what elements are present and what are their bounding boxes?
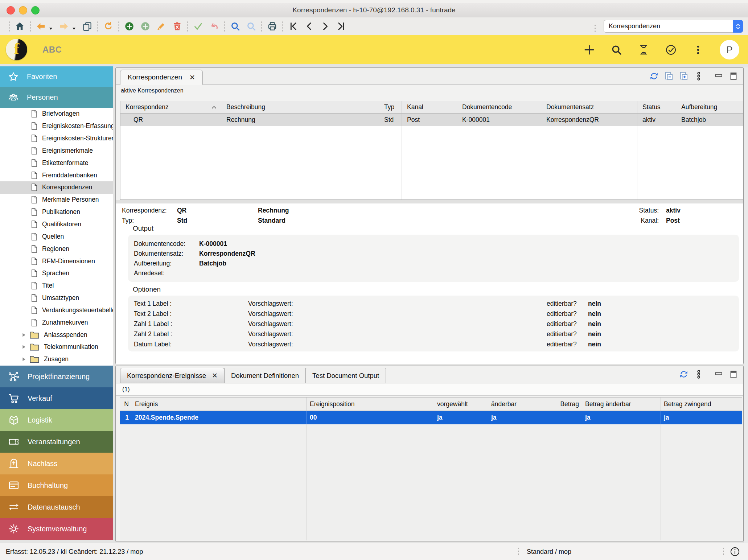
titlebar[interactable]: Korrespondenzen - h-10-70@192.168.0.31 -…: [0, 3, 748, 18]
column-header-betrag[interactable]: Betrag: [536, 398, 582, 411]
collapse-doc-icon[interactable]: [664, 71, 674, 81]
tree-item-regionen[interactable]: Regionen: [0, 243, 113, 255]
table-row[interactable]: QRRechnungStdPostK-000001KorrespondenzQR…: [120, 114, 743, 126]
tree-item-ereigniskosten-erfassung[interactable]: Ereigniskosten-Erfassung: [0, 120, 113, 132]
column-header-n[interactable]: N: [120, 398, 132, 411]
stepper-icon[interactable]: [733, 20, 743, 33]
plus-icon[interactable]: [584, 44, 595, 55]
search-alt-icon[interactable]: [246, 21, 256, 31]
minimize-window-button[interactable]: [19, 6, 27, 15]
tab-close-icon[interactable]: ✕: [189, 73, 195, 82]
sidebar-section-logistik[interactable]: Logistik: [0, 409, 113, 431]
kebab-open-icon[interactable]: [694, 71, 703, 81]
add-duplicate-icon[interactable]: [140, 21, 150, 31]
win-minimize-icon[interactable]: [714, 71, 723, 81]
column-header-aufbereitung[interactable]: Aufbereitung: [676, 101, 743, 113]
tab-test-document-output[interactable]: Test Document Output: [305, 368, 386, 383]
undo-icon[interactable]: [209, 21, 219, 31]
sidebar-section-veranstaltungen[interactable]: Veranstaltungen: [0, 431, 113, 453]
sidebar-section-systemverwaltung[interactable]: Systemverwaltung: [0, 518, 113, 540]
search-icon[interactable]: [611, 44, 622, 55]
sidebar-section-buchhaltung[interactable]: Buchhaltung: [0, 474, 113, 496]
column-header-dokumentensatz[interactable]: Dokumentensatz: [541, 101, 637, 113]
column-header-korrespondenz[interactable]: Korrespondenz: [120, 101, 221, 113]
caret-down-icon[interactable]: [72, 26, 76, 31]
sidebar-section-favoriten[interactable]: Favoriten: [0, 66, 113, 87]
zoom-window-button[interactable]: [31, 6, 40, 15]
tree-item-umsatztypen[interactable]: Umsatztypen: [0, 292, 113, 304]
user-avatar[interactable]: P: [720, 40, 739, 59]
confirm-icon[interactable]: [193, 21, 203, 31]
sidebar-section-verkauf[interactable]: Verkauf: [0, 387, 113, 409]
tree-item-briefvorlagen[interactable]: Briefvorlagen: [0, 108, 113, 120]
check-circle-icon[interactable]: [665, 44, 677, 55]
nav-forward-icon[interactable]: [59, 21, 69, 31]
goto-first-icon[interactable]: [288, 21, 298, 31]
tree-item-publikationen[interactable]: Publikationen: [0, 206, 113, 218]
column-header-betrag-änderbar[interactable]: Betrag änderbar: [582, 398, 661, 411]
column-header-betrag-zwingend[interactable]: Betrag zwingend: [661, 398, 742, 411]
tree-item-merkmale-personen[interactable]: Merkmale Personen: [0, 194, 113, 206]
tree-item-quellen[interactable]: Quellen: [0, 230, 113, 243]
close-window-button[interactable]: [7, 6, 15, 15]
edit-icon[interactable]: [156, 21, 166, 31]
tree-item-verdankungssteuertabellen[interactable]: Verdankungssteuertabellen: [0, 304, 113, 317]
tree-item-korrespondenzen[interactable]: Korrespondenzen: [0, 181, 113, 194]
column-header-typ[interactable]: Typ: [379, 101, 402, 113]
win-minimize-icon[interactable]: [714, 370, 723, 379]
column-header-ereignis[interactable]: Ereignis: [132, 398, 307, 411]
column-header-status[interactable]: Status: [637, 101, 676, 113]
search-icon[interactable]: [230, 21, 240, 31]
tree-item-zusagen[interactable]: Zusagen: [0, 353, 113, 366]
column-header-änderbar[interactable]: änderbar: [488, 398, 536, 411]
hourglass-icon[interactable]: [638, 44, 649, 55]
tree-item-qualifikatoren[interactable]: Qualifikatoren: [0, 218, 113, 231]
refresh-sync-icon[interactable]: [649, 71, 659, 81]
sidebar-section-projektfinanzierung[interactable]: Projektfinanzierung: [0, 366, 113, 387]
tree-item-telekommunikation[interactable]: Telekommunikation: [0, 341, 113, 353]
tree-item-rfm-dimensionen[interactable]: RFM-Dimensionen: [0, 255, 113, 267]
tree-item-zunahmekurven[interactable]: Zunahmekurven: [0, 316, 113, 329]
tab-close-icon[interactable]: ✕: [212, 371, 218, 380]
goto-last-icon[interactable]: [336, 21, 346, 31]
goto-next-icon[interactable]: [320, 21, 330, 31]
column-header-beschreibung[interactable]: Beschreibung: [221, 101, 379, 113]
sidebar-section-personen[interactable]: Personen: [0, 87, 113, 108]
view-selector-dropdown[interactable]: Korrespondenzen: [604, 20, 743, 33]
refresh-sync-icon[interactable]: [679, 370, 689, 379]
caret-right-icon[interactable]: [21, 357, 26, 362]
tree-item-etikettenformate[interactable]: Etikettenformate: [0, 157, 113, 169]
tab-korrespondenz-ereignisse[interactable]: Korrespondenz-Ereignisse✕: [120, 368, 225, 383]
goto-prev-icon[interactable]: [304, 21, 314, 31]
info-icon[interactable]: [730, 547, 740, 557]
win-maximize-icon[interactable]: [729, 370, 738, 379]
sidebar-section-datenaustausch[interactable]: Datenaustausch: [0, 496, 113, 518]
tree-item-anlassspenden[interactable]: Anlassspenden: [0, 329, 113, 341]
column-header-kanal[interactable]: Kanal: [402, 101, 457, 113]
nav-back-icon[interactable]: [36, 21, 46, 31]
table-row-selected[interactable]: 12024.Spende.Spende00jajajaja: [120, 411, 742, 424]
delete-icon[interactable]: [172, 21, 182, 31]
tab-dokument-definitionen[interactable]: Dokument Definitionen: [224, 368, 306, 383]
caret-right-icon[interactable]: [21, 344, 26, 350]
home-icon[interactable]: [15, 21, 25, 31]
kebab-open-icon[interactable]: [694, 370, 703, 379]
caret-right-icon[interactable]: [21, 332, 26, 338]
win-maximize-icon[interactable]: [729, 71, 738, 81]
refresh-icon[interactable]: [103, 21, 113, 31]
kebab-icon[interactable]: [692, 44, 704, 55]
add-icon[interactable]: [124, 21, 134, 31]
sidebar-section-nachlass[interactable]: Nachlass: [0, 453, 113, 474]
column-header-vorgewählt[interactable]: vorgewählt: [434, 398, 488, 411]
copy-icon[interactable]: [82, 21, 92, 31]
column-header-ereignisposition[interactable]: Ereignisposition: [307, 398, 434, 411]
tab-korrespondenzen[interactable]: Korrespondenzen ✕: [120, 70, 203, 85]
column-header-dokumentencode[interactable]: Dokumentencode: [457, 101, 541, 113]
tree-item-ereigniskosten-strukturen[interactable]: Ereigniskosten-Strukturen: [0, 132, 113, 145]
tree-item-sprachen[interactable]: Sprachen: [0, 267, 113, 280]
print-icon[interactable]: [267, 21, 277, 31]
tree-item-ereignismerkmale[interactable]: Ereignismerkmale: [0, 145, 113, 157]
tree-item-titel[interactable]: Titel: [0, 280, 113, 292]
expand-doc-icon[interactable]: [679, 71, 689, 81]
caret-down-icon[interactable]: [49, 26, 53, 31]
